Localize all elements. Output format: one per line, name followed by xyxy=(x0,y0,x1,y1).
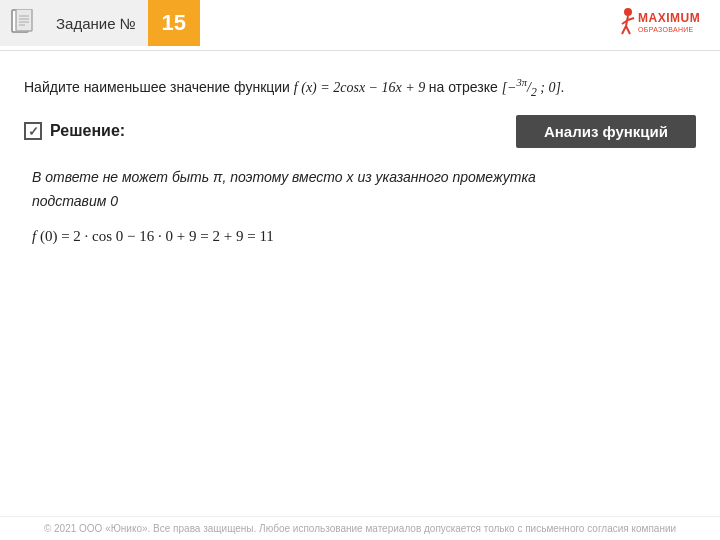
header-divider xyxy=(0,50,720,51)
svg-line-11 xyxy=(628,18,634,20)
logo-svg: MAXIMUM ОБРАЗОВАНИЕ xyxy=(616,4,706,42)
svg-rect-1 xyxy=(16,9,32,31)
svg-point-6 xyxy=(624,8,632,16)
checkbox-icon: ✓ xyxy=(24,122,42,140)
content-line1: В ответе не может быть π, поэтому вместо… xyxy=(32,166,688,190)
task-number-badge: 15 xyxy=(148,0,200,46)
task-prefix: Найдите наименьшее значение функции xyxy=(24,79,290,95)
task-interval: [−3π/2 ; 0]. xyxy=(502,80,565,95)
footer-text: © 2021 ООО «Юнико». Все права защищены. … xyxy=(44,523,676,534)
svg-line-8 xyxy=(622,26,626,34)
svg-text:MAXIMUM: MAXIMUM xyxy=(638,11,700,25)
task-text-area: Найдите наименьшее значение функции f (x… xyxy=(0,59,720,109)
zadanie-text: Задание № xyxy=(56,15,136,32)
logo: MAXIMUM ОБРАЗОВАНИЕ xyxy=(616,4,706,42)
svg-text:ОБРАЗОВАНИЕ: ОБРАЗОВАНИЕ xyxy=(638,26,694,33)
header: Задание № 15 MAXIMUM ОБРАЗОВАНИЕ xyxy=(0,0,720,46)
solution-bar: ✓ Решение: Анализ функций xyxy=(0,115,720,148)
line1-text: В ответе не может быть π, поэтому вместо… xyxy=(32,169,536,185)
task-function: f (x) = 2cosx − 16x + 9 xyxy=(294,80,429,95)
content-formula: f (0) = 2 · cos 0 − 16 · 0 + 9 = 2 + 9 =… xyxy=(32,224,688,250)
content-area: В ответе не может быть π, поэтому вместо… xyxy=(0,148,720,261)
zadanie-label: Задание № xyxy=(44,0,148,46)
footer: © 2021 ООО «Юнико». Все права защищены. … xyxy=(0,516,720,540)
line2-text: подставим 0 xyxy=(32,193,118,209)
svg-line-9 xyxy=(626,26,630,34)
task-number: 15 xyxy=(162,10,186,36)
logo-area: MAXIMUM ОБРАЗОВАНИЕ xyxy=(616,0,720,46)
document-icon xyxy=(0,0,44,46)
task-middle: на отрезке xyxy=(429,79,498,95)
analysis-badge: Анализ функций xyxy=(516,115,696,148)
solution-label: ✓ Решение: xyxy=(24,122,125,140)
content-line2: подставим 0 xyxy=(32,190,688,214)
analysis-badge-text: Анализ функций xyxy=(544,123,668,140)
solution-text: Решение: xyxy=(50,122,125,140)
